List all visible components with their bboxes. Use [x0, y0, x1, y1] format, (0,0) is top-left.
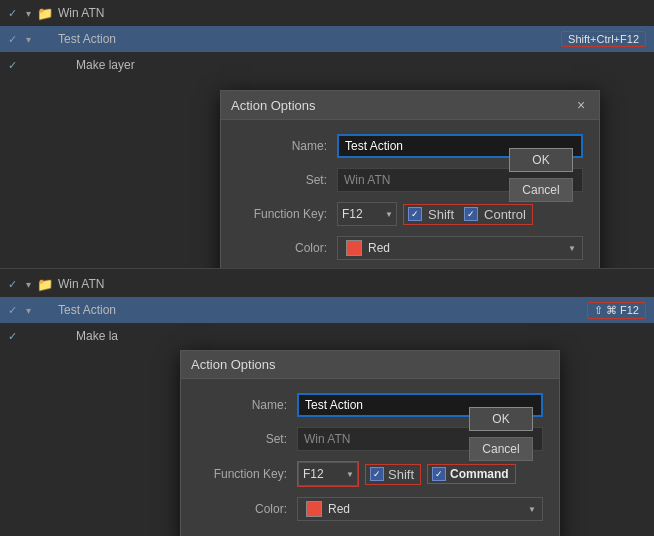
- set-label-bottom: Set:: [197, 432, 297, 446]
- dialog-body-bottom: OK Cancel Name: Set: Win ATN Function Ke…: [181, 379, 559, 536]
- dialog-bottom: Action Options OK Cancel Name: Set: Win …: [180, 350, 560, 536]
- set-label: Set:: [237, 173, 337, 187]
- name-label-bottom: Name:: [197, 398, 297, 412]
- control-checkbox[interactable]: [464, 207, 478, 221]
- expand-icon: ▾: [20, 305, 36, 316]
- check-icon: ✓: [4, 33, 20, 46]
- command-highlight: Command: [427, 464, 516, 484]
- action-row-test-action-2[interactable]: ✓ ▾ Test Action ⇧ ⌘ F12: [0, 297, 654, 323]
- function-key-select-bottom[interactable]: F12: [298, 462, 358, 486]
- dialog-title-bottom: Action Options: [191, 357, 276, 372]
- function-key-select[interactable]: F12: [337, 202, 397, 226]
- dialog-titlebar: Action Options ×: [221, 91, 599, 120]
- shift-checkbox[interactable]: [408, 207, 422, 221]
- row-label: Make layer: [72, 58, 650, 72]
- shift-label: Shift: [428, 207, 454, 222]
- action-row-win-atn-2[interactable]: ✓ ▾ 📁 Win ATN: [0, 271, 654, 297]
- shortcut-badge-bottom: ⇧ ⌘ F12: [587, 302, 646, 319]
- expand-icon: ▾: [20, 279, 36, 290]
- row-label: Make la: [72, 329, 650, 343]
- action-row-win-atn[interactable]: ✓ ▾ 📁 Win ATN: [0, 0, 654, 26]
- cancel-button[interactable]: Cancel: [509, 178, 573, 202]
- color-value-bottom: Red: [328, 502, 350, 516]
- command-checkbox[interactable]: [432, 467, 446, 481]
- dialog-body: OK Cancel Name: Set: Win ATN Function Ke…: [221, 120, 599, 286]
- command-label: Command: [450, 467, 509, 481]
- func-key-controls-bottom: F12 Shift Command: [297, 461, 543, 487]
- row-label: Test Action: [54, 303, 587, 317]
- expand-icon: ▾: [20, 34, 36, 45]
- color-label-bottom: Color:: [197, 502, 297, 516]
- color-select-bottom[interactable]: Red: [297, 497, 543, 521]
- divider: [0, 268, 654, 269]
- action-row-make-layer-2[interactable]: ✓ Make la: [0, 323, 654, 349]
- function-key-row: Function Key: F12 Shift Control: [237, 202, 583, 226]
- color-row: Color: Red: [237, 236, 583, 260]
- check-icon: ✓: [4, 59, 20, 72]
- color-label: Color:: [237, 241, 337, 255]
- name-label: Name:: [237, 139, 337, 153]
- folder-icon: 📁: [36, 6, 54, 21]
- dialog-top: Action Options × OK Cancel Name: Set: Wi…: [220, 90, 600, 287]
- expand-icon: ▾: [20, 8, 36, 19]
- color-value: Red: [368, 241, 390, 255]
- function-key-select-wrapper: F12: [337, 202, 397, 226]
- row-label: Test Action: [54, 32, 561, 46]
- shift-label-bottom: Shift: [388, 467, 414, 482]
- func-key-controls: F12 Shift Control: [337, 202, 583, 226]
- cancel-button-bottom[interactable]: Cancel: [469, 437, 533, 461]
- check-icon: ✓: [4, 304, 20, 317]
- dialog-buttons-bottom: OK Cancel: [469, 407, 533, 461]
- control-label: Control: [484, 207, 526, 222]
- function-key-label-bottom: Function Key:: [197, 467, 297, 481]
- function-key-row-bottom: Function Key: F12 Shift: [197, 461, 543, 487]
- folder-icon: 📁: [36, 277, 54, 292]
- color-swatch-bottom: [306, 501, 322, 517]
- row-label: Win ATN: [54, 6, 650, 20]
- check-icon: ✓: [4, 330, 20, 343]
- color-row-bottom: Color: Red: [197, 497, 543, 521]
- dialog-close-button[interactable]: ×: [573, 97, 589, 113]
- action-row-test-action[interactable]: ✓ ▾ Test Action Shift+Ctrl+F12: [0, 26, 654, 52]
- color-swatch: [346, 240, 362, 256]
- dialog-buttons: OK Cancel: [509, 148, 573, 202]
- color-select[interactable]: Red: [337, 236, 583, 260]
- dialog-content-bottom: OK Cancel Name: Set: Win ATN Function Ke…: [197, 393, 543, 521]
- check-icon: ✓: [4, 7, 20, 20]
- dialog-content: OK Cancel Name: Set: Win ATN Function Ke…: [237, 134, 583, 260]
- check-icon: ✓: [4, 278, 20, 291]
- function-key-label: Function Key:: [237, 207, 337, 221]
- ok-button-bottom[interactable]: OK: [469, 407, 533, 431]
- f12-highlight: F12: [297, 461, 359, 487]
- shift-highlight-bottom: Shift: [365, 464, 421, 485]
- dialog-title: Action Options: [231, 98, 316, 113]
- shift-checkbox-bottom[interactable]: [370, 467, 384, 481]
- shift-control-highlight: Shift Control: [403, 204, 533, 225]
- shortcut-badge: Shift+Ctrl+F12: [561, 31, 646, 47]
- ok-button[interactable]: OK: [509, 148, 573, 172]
- action-row-make-layer[interactable]: ✓ Make layer: [0, 52, 654, 78]
- dialog-titlebar-bottom: Action Options: [181, 351, 559, 379]
- row-label: Win ATN: [54, 277, 650, 291]
- function-key-select-wrapper-bottom: F12: [298, 462, 358, 486]
